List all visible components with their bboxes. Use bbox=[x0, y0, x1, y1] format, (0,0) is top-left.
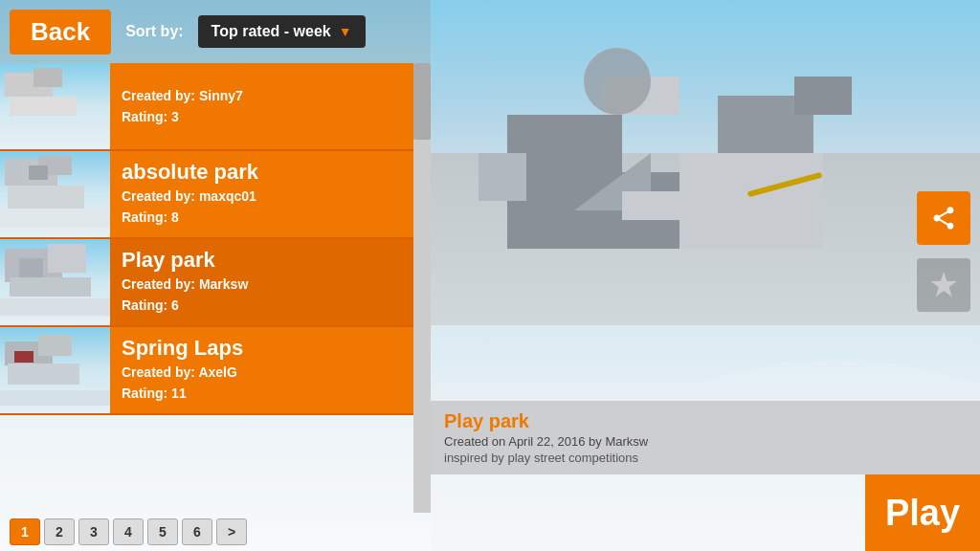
park-block-5 bbox=[794, 77, 852, 115]
list-item-creator-1: Created by: maxqc01 bbox=[122, 186, 402, 207]
preview-park-date: Created on April 22, 2016 by Marksw bbox=[444, 434, 967, 449]
star-icon: ★ bbox=[928, 265, 959, 305]
play-label: Play bbox=[885, 493, 960, 534]
park-3d-preview bbox=[431, 0, 980, 325]
thumbnail-3 bbox=[0, 327, 110, 413]
page-button-5[interactable]: 5 bbox=[147, 518, 178, 545]
list-item-rating-2: Rating: 6 bbox=[122, 295, 402, 316]
page-button-3[interactable]: 3 bbox=[78, 518, 109, 545]
share-button[interactable] bbox=[917, 191, 970, 245]
favorite-button[interactable]: ★ bbox=[917, 258, 970, 312]
list-item-creator-3: Created by: AxelG bbox=[122, 362, 402, 383]
park-circle-element bbox=[584, 48, 651, 115]
pagination-bar: 1 2 3 4 5 6 > bbox=[0, 513, 431, 551]
sort-dropdown[interactable]: Top rated - week ▼ bbox=[198, 15, 366, 48]
list-item-info-0: Created by: Sinny7 Rating: 3 bbox=[110, 77, 413, 136]
chevron-down-icon: ▼ bbox=[339, 24, 352, 39]
preview-park-desc: inspired by play street competitions bbox=[444, 451, 967, 465]
page-button-1[interactable]: 1 bbox=[10, 518, 40, 545]
list-item[interactable]: absolute park Created by: maxqc01 Rating… bbox=[0, 151, 413, 239]
header-bar: Back Sort by: Top rated - week ▼ bbox=[0, 0, 431, 63]
page-button-4[interactable]: 4 bbox=[113, 518, 144, 545]
park-box-small bbox=[479, 153, 526, 201]
preview-park-name: Play park bbox=[444, 410, 967, 432]
list-item-rating-0: Rating: 3 bbox=[122, 106, 402, 127]
share-icon bbox=[930, 205, 957, 231]
list-item-info-3: Spring Laps Created by: AxelG Rating: 11 bbox=[110, 328, 413, 411]
back-button[interactable]: Back bbox=[10, 10, 111, 55]
list-item-creator-2: Created by: Marksw bbox=[122, 274, 402, 295]
park-info-bar: Play park Created on April 22, 2016 by M… bbox=[431, 401, 980, 474]
preview-image bbox=[431, 0, 980, 325]
scrollbar-track[interactable] bbox=[413, 63, 431, 513]
scrollbar-thumb[interactable] bbox=[413, 63, 431, 140]
list-items-container: Created by: Sinny7 Rating: 3 absolu bbox=[0, 63, 413, 415]
page-button-6[interactable]: 6 bbox=[182, 518, 212, 545]
thumbnail-1 bbox=[0, 151, 110, 237]
left-panel: Back Sort by: Top rated - week ▼ Created… bbox=[0, 0, 431, 551]
page-button-next[interactable]: > bbox=[216, 518, 247, 545]
list-item-title-3: Spring Laps bbox=[122, 336, 402, 361]
list-item[interactable]: Created by: Sinny7 Rating: 3 bbox=[0, 63, 413, 151]
list-item-rating-1: Rating: 8 bbox=[122, 207, 402, 228]
right-panel: ★ Play park Created on April 22, 2016 by… bbox=[431, 0, 980, 551]
list-item-title-1: absolute park bbox=[122, 160, 402, 185]
page-button-2[interactable]: 2 bbox=[44, 518, 75, 545]
list-item-info-1: absolute park Created by: maxqc01 Rating… bbox=[110, 152, 413, 235]
list-item-info-2: Play park Created by: Marksw Rating: 6 bbox=[110, 240, 413, 323]
list-item-title-2: Play park bbox=[122, 248, 402, 273]
sort-label: Sort by: bbox=[125, 23, 183, 40]
list-item-rating-3: Rating: 11 bbox=[122, 383, 402, 404]
list-item[interactable]: Play park Created by: Marksw Rating: 6 bbox=[0, 239, 413, 327]
thumbnail-0 bbox=[0, 63, 110, 149]
park-list: Created by: Sinny7 Rating: 3 absolu bbox=[0, 63, 431, 513]
play-button[interactable]: Play bbox=[865, 474, 980, 551]
park-block-6 bbox=[622, 191, 737, 220]
list-item-creator-0: Created by: Sinny7 bbox=[122, 85, 402, 106]
sort-value: Top rated - week bbox=[212, 23, 331, 40]
list-item[interactable]: Spring Laps Created by: AxelG Rating: 11 bbox=[0, 327, 413, 415]
thumbnail-2 bbox=[0, 239, 110, 325]
